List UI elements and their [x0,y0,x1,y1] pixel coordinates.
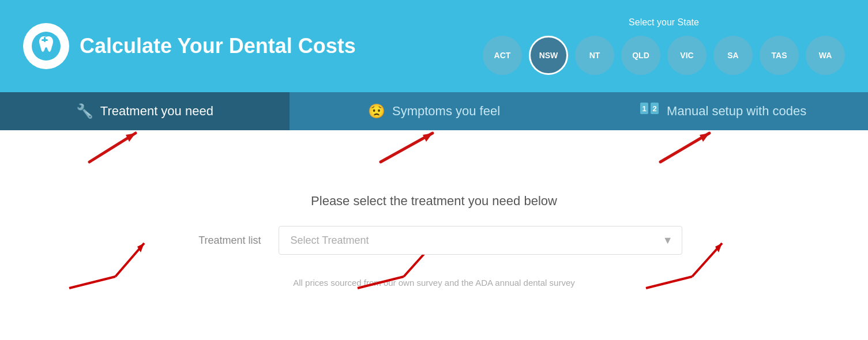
svg-text:1: 1 [642,104,646,113]
state-buttons: ACT NSW NT QLD VIC SA TAS WA [483,36,845,75]
tab-manual[interactable]: 1 2 Manual setup with codes [578,92,868,130]
logo-area: Calculate Your Dental Costs [23,23,356,69]
wrench-icon: 🔧 [76,103,93,119]
state-btn-sa[interactable]: SA [713,36,753,75]
main-instruction: Please select the treatment you need bel… [311,194,557,209]
tab-treatment[interactable]: 🔧 Treatment you need [0,92,290,130]
footer-note: All prices sourced from our own survey a… [293,278,575,288]
arrows-section [0,130,868,165]
manual-codes-icon: 1 2 [640,103,660,116]
page-header: Calculate Your Dental Costs Select your … [0,0,868,92]
logo-icon [31,31,61,61]
header-title: Calculate Your Dental Costs [80,34,356,58]
numbers-icon: 1 2 [640,103,660,120]
state-btn-act[interactable]: ACT [483,36,522,75]
state-label: Select your State [629,17,699,28]
state-btn-vic[interactable]: VIC [667,36,707,75]
state-btn-qld[interactable]: QLD [621,36,660,75]
main-content: Please select the treatment you need bel… [0,165,868,338]
state-btn-nt[interactable]: NT [575,36,614,75]
treatment-select-wrapper: Select Treatment ▼ [279,226,682,255]
state-btn-wa[interactable]: WA [806,36,845,75]
tab-symptoms[interactable]: 😟 Symptoms you feel [290,92,579,130]
tab-symptoms-label: Symptoms you feel [392,104,500,119]
svg-rect-2 [42,39,48,41]
svg-marker-19 [423,133,433,142]
svg-marker-21 [700,133,709,142]
state-btn-nsw[interactable]: NSW [529,36,568,75]
svg-marker-17 [126,133,136,142]
svg-text:2: 2 [652,104,656,113]
treatment-list-label: Treatment list [186,235,261,247]
treatment-row: Treatment list Select Treatment ▼ [186,226,682,255]
tabs-bar: 🔧 Treatment you need 😟 Symptoms you feel… [0,92,868,130]
face-icon: 😟 [368,103,385,119]
state-btn-tas[interactable]: TAS [760,36,799,75]
tab-treatment-label: Treatment you need [100,104,213,119]
state-selector: Select your State ACT NSW NT QLD VIC SA … [483,17,845,75]
logo-circle [23,23,69,69]
tab-manual-label: Manual setup with codes [667,104,806,119]
treatment-select[interactable]: Select Treatment [279,226,682,255]
red-arrows-svg [0,130,868,165]
tabs-wrapper: 🔧 Treatment you need 😟 Symptoms you feel… [0,92,868,130]
